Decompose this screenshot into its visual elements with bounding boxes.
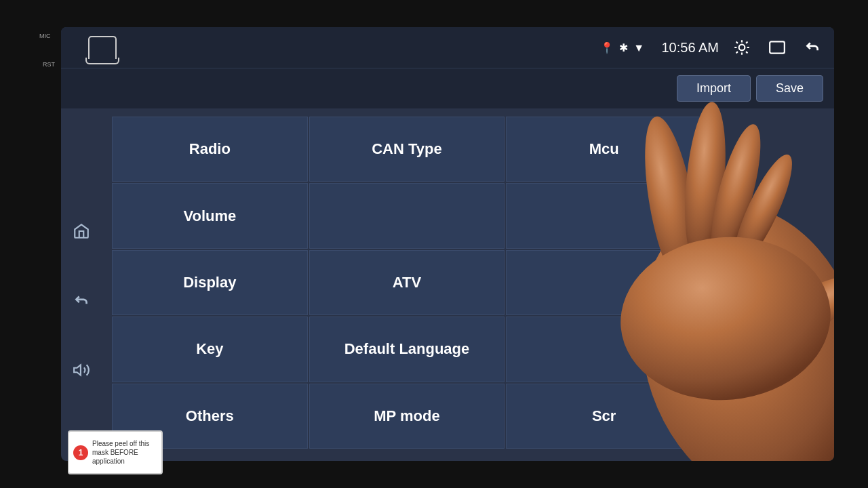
grid-cell-r3c3[interactable] <box>506 250 702 315</box>
grid-cell-r2c3[interactable] <box>506 183 702 248</box>
grid-cell-mcu[interactable]: Mcu <box>506 117 702 182</box>
windows-icon[interactable] <box>761 31 793 64</box>
svg-line-6 <box>746 52 747 53</box>
grid-cell-volume[interactable]: Volume <box>112 183 308 248</box>
mic-label: MIC <box>39 33 51 39</box>
svg-line-8 <box>746 42 747 43</box>
status-icons: 📍 ✱ ▼ <box>600 41 644 54</box>
grid-cell-scr[interactable]: Scr <box>506 384 702 449</box>
bluetooth-icon: ✱ <box>619 41 628 54</box>
svg-line-5 <box>736 42 738 43</box>
brightness-icon[interactable] <box>726 31 758 64</box>
nav-back-icon[interactable] <box>69 289 94 313</box>
svg-marker-10 <box>74 365 81 375</box>
status-bar: 📍 ✱ ▼ 10:56 AM <box>61 27 834 68</box>
sticker: 1 Please peel off this mask BEFORE appli… <box>68 430 163 474</box>
grid-cell-display[interactable]: Display <box>112 250 308 315</box>
nav-home-icon[interactable] <box>69 219 94 243</box>
grid-cell-atv[interactable]: ATV <box>309 250 505 315</box>
grid-cell-r4c3[interactable] <box>506 317 702 382</box>
sticker-text: Please peel off this mask BEFORE applica… <box>92 439 157 466</box>
screen: 📍 ✱ ▼ 10:56 AM <box>61 27 834 461</box>
import-button[interactable]: Import <box>677 75 751 102</box>
grid-cell-default-language[interactable]: Default Language <box>309 317 505 382</box>
svg-rect-9 <box>770 41 785 53</box>
rst-label: RST <box>43 61 55 68</box>
grid-cell-mp-mode[interactable]: MP mode <box>309 384 505 449</box>
sticker-number: 1 <box>73 445 88 460</box>
time-display: 10:56 AM <box>661 40 719 56</box>
back-icon[interactable] <box>796 31 829 64</box>
settings-grid: Radio CAN Type Mcu Volume <box>112 117 702 449</box>
home-hardware-button[interactable] <box>88 36 117 59</box>
toolbar: Import Save <box>61 68 834 108</box>
grid-cell-can-type[interactable]: CAN Type <box>309 117 505 182</box>
wifi-icon: ▼ <box>633 41 644 54</box>
grid-cell-radio[interactable]: Radio <box>112 117 308 182</box>
svg-point-0 <box>739 45 745 51</box>
nav-vol-up-icon[interactable] <box>69 358 94 382</box>
device-frame: MIC RST 📍 ✱ ▼ 10:56 AM <box>0 0 868 488</box>
svg-line-7 <box>736 52 738 53</box>
main-content: Radio CAN Type Mcu Volume <box>61 108 834 461</box>
save-button[interactable]: Save <box>756 75 823 102</box>
top-action-icons <box>726 27 834 68</box>
content-area: Radio CAN Type Mcu Volume <box>61 108 834 461</box>
location-icon: 📍 <box>600 41 614 54</box>
screen-sidenav <box>61 190 102 461</box>
grid-cell-key[interactable]: Key <box>112 317 308 382</box>
grid-cell-r2c2[interactable] <box>309 183 505 248</box>
